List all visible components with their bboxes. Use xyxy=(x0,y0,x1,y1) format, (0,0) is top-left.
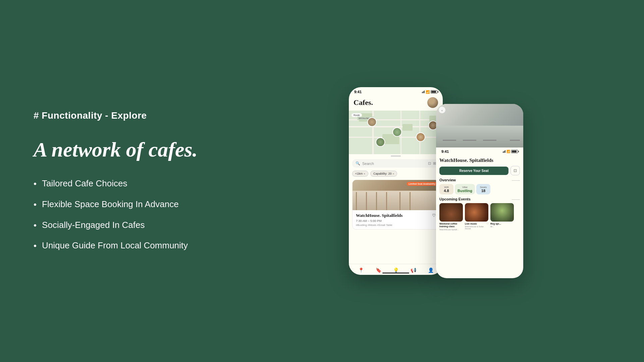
building-facade xyxy=(353,191,439,210)
filter-tag-capability-close[interactable]: × xyxy=(392,172,394,175)
filter-icon[interactable]: ⊞ xyxy=(433,161,436,166)
column-2 xyxy=(366,192,367,210)
wifi-label: Wifi xyxy=(442,186,451,189)
map-block-2 xyxy=(402,124,413,131)
event-image-1 xyxy=(439,203,463,222)
feature-item-3: • Socially-Engaged In Cafes xyxy=(34,220,201,231)
bullet-3: • xyxy=(34,220,37,231)
feature-item-1: • Tailored Cafe Choices xyxy=(34,178,201,190)
nav-profile[interactable]: 👤 xyxy=(427,267,434,274)
column-1 xyxy=(356,192,357,210)
bullet-2: • xyxy=(34,199,37,210)
phone-2: ‹ 9:41 📶 xyxy=(436,104,523,278)
scroll-indicator xyxy=(349,154,443,158)
filter-tag-capability[interactable]: Capability: 20 × xyxy=(370,171,397,177)
event-img-inner-3 xyxy=(490,203,514,222)
wifi-tag: Wifi 4.8 xyxy=(439,184,453,194)
table-3 xyxy=(483,140,496,141)
wifi-signal-icon xyxy=(422,90,425,93)
bullet-1: • xyxy=(34,178,37,190)
event-image-2 xyxy=(465,203,488,222)
calendar-icon[interactable]: ⊡ xyxy=(428,161,431,166)
cafe-card-info: WatchHouse. Spitalfields ♡ 7:30 AM – 5:0… xyxy=(353,210,439,229)
map-area[interactable]: Route SPITALFIELDS xyxy=(349,111,443,154)
table-2 xyxy=(463,140,476,141)
cafe-card-image: Limited Seat Availability xyxy=(353,180,439,210)
overview-see-all[interactable]: ——— xyxy=(512,179,520,182)
nav-location[interactable]: 📍 xyxy=(358,267,364,274)
main-heading: A network of cafes. xyxy=(34,138,201,162)
event-title-1: Weekend coffee training class xyxy=(439,223,463,228)
left-content: # Functionality - Explore A network of c… xyxy=(0,83,228,279)
events-see-all[interactable]: ——— xyxy=(512,198,520,201)
event-title-3: Reg spr... xyxy=(490,223,514,225)
filter-tag-distance-label: <1km xyxy=(355,172,363,175)
event-bookmark-2[interactable]: ♡ xyxy=(486,223,488,225)
map-pin-3[interactable] xyxy=(416,132,425,142)
cafe-card[interactable]: Limited Seat Availability WatchHouse. Sp… xyxy=(352,180,439,230)
feature-text-1: Tailored Cafe Choices xyxy=(42,178,127,189)
cafe-card-tags: #Bustling #Meals #Small Table xyxy=(356,224,436,227)
cafe-card-name-text: WatchHouse. Spitalfields xyxy=(356,213,402,218)
nav-bookmark[interactable]: 🔖 xyxy=(375,267,382,274)
map-pin-2[interactable] xyxy=(392,127,402,137)
event-img-inner-2 xyxy=(465,203,488,222)
overview-title: Overview xyxy=(439,178,456,182)
event-subtitle-1: WatchHouse.Spitalf... xyxy=(439,229,463,231)
nav-social[interactable]: 📢 xyxy=(410,267,417,274)
event-title-row-2: Live music ♡ xyxy=(465,223,488,225)
filter-tags: <1km × Capability: 20 × xyxy=(349,169,443,178)
feature-text-4: Unique Guide From Local Community xyxy=(42,240,188,251)
page-container: # Functionality - Explore A network of c… xyxy=(0,0,644,362)
reserve-button[interactable]: Reserve Your Seat xyxy=(439,167,508,175)
battery-icon xyxy=(431,90,437,94)
wifi-value: 4.8 xyxy=(442,189,451,193)
filter-tag-distance[interactable]: <1km × xyxy=(352,171,368,177)
wifi-icon: 📶 xyxy=(426,90,430,94)
seats-label: Seats xyxy=(479,186,488,189)
phone2-body: WatchHouse. Spitalfields Reserve Your Se… xyxy=(436,155,523,233)
vibe-value: Bustling xyxy=(458,189,472,193)
search-bar[interactable]: 🔍 Search ⊡ ⊞ xyxy=(352,159,439,168)
event-card-2[interactable]: Live music ♡ WatchHouse & Sofar Sound xyxy=(465,203,488,231)
phone2-time: 9:41 xyxy=(441,149,449,154)
map-background: Route SPITALFIELDS xyxy=(349,111,443,154)
event-title-2: Live music xyxy=(465,223,477,225)
overview-header: Overview ——— xyxy=(439,178,520,182)
phone1-title: Cafes. xyxy=(354,98,373,107)
phone2-signal-icon: 📶 xyxy=(506,150,510,153)
map-pin-1[interactable] xyxy=(367,117,377,127)
phone1-header: Cafes. xyxy=(349,95,443,111)
cafe-card-name-row: WatchHouse. Spitalfields ♡ xyxy=(356,213,436,218)
phones-container: 9:41 📶 Cafes. xyxy=(228,0,644,362)
feature-text-2: Flexible Space Booking In Advance xyxy=(42,199,179,209)
overview-tags: Wifi 4.8 Vibe Bustling Seats 18 xyxy=(439,184,520,194)
feature-list: • Tailored Cafe Choices • Flexible Space… xyxy=(34,178,201,252)
cafe-card-bookmark-icon[interactable]: ♡ xyxy=(432,213,436,218)
seats-tag: Seats 18 xyxy=(476,184,490,194)
vibe-tag: Vibe Bustling xyxy=(455,184,475,194)
column-6 xyxy=(410,192,411,210)
feature-text-3: Socially-Engaged In Cafes xyxy=(42,220,145,230)
event-card-1[interactable]: Weekend coffee training class WatchHouse… xyxy=(439,203,463,231)
column-5 xyxy=(399,192,400,210)
feature-item-4: • Unique Guide From Local Community xyxy=(34,240,201,252)
filter-tag-distance-close[interactable]: × xyxy=(364,172,365,175)
events-section: Upcoming Events ——— Weekend coffee train… xyxy=(439,197,520,231)
table-4 xyxy=(510,140,520,141)
phone2-status-icons: 📶 xyxy=(503,150,518,153)
events-grid: Weekend coffee training class WatchHouse… xyxy=(439,203,520,231)
events-header: Upcoming Events ——— xyxy=(439,197,520,201)
cafe-card-time: 7:30 AM – 5:00 PM xyxy=(356,219,436,223)
event-image-3 xyxy=(490,203,514,222)
map-pin-5[interactable] xyxy=(376,137,385,147)
back-button[interactable]: ‹ xyxy=(439,107,445,113)
event-card-3[interactable]: Reg spr... W... xyxy=(490,203,514,231)
column-4 xyxy=(386,192,387,210)
detail-bookmark-button[interactable]: ⊡ xyxy=(511,166,520,175)
search-action-icons: ⊡ ⊞ xyxy=(428,161,436,166)
event-subtitle-2: WatchHouse & Sofar Sound xyxy=(465,226,488,230)
filter-tag-capability-label: Capability: 20 xyxy=(373,172,392,175)
reserve-row: Reserve Your Seat ⊡ xyxy=(439,166,520,175)
cafe-detail-name: WatchHouse. Spitalfields xyxy=(439,158,520,163)
